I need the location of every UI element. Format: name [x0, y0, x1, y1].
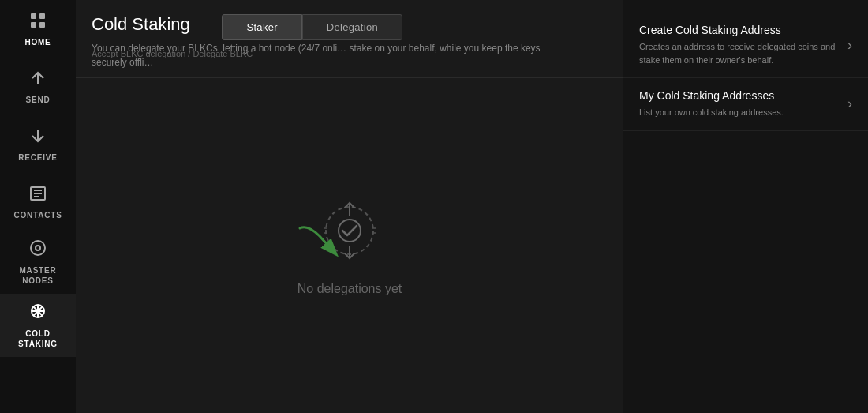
tab-staker[interactable]: Staker — [222, 14, 301, 40]
contacts-icon — [28, 184, 47, 206]
svg-rect-3 — [39, 22, 45, 28]
sidebar-item-contacts-label: CONTACTS — [13, 211, 62, 220]
svg-point-11 — [36, 246, 40, 250]
create-cold-staking-button[interactable]: Create Cold Staking Address Creates an a… — [623, 13, 868, 78]
create-cold-staking-title: Create Cold Staking Address — [639, 24, 840, 36]
chevron-right-icon-2: › — [847, 96, 852, 112]
no-delegations-text: No delegations yet — [297, 282, 402, 296]
right-panel: Create Cold Staking Address Creates an a… — [623, 0, 868, 413]
svg-rect-2 — [31, 22, 36, 28]
sidebar-item-contacts[interactable]: CONTACTS — [0, 173, 76, 231]
my-cold-staking-desc: List your own cold staking addresses. — [639, 106, 840, 119]
send-icon — [28, 69, 47, 91]
sidebar-item-home-label: HOME — [24, 38, 51, 47]
home-icon — [28, 11, 47, 33]
tab-delegation[interactable]: Delegation — [302, 14, 402, 40]
create-cold-staking-desc: Creates an address to receive delegated … — [639, 40, 840, 66]
chevron-right-icon-1: › — [847, 37, 852, 54]
sidebar-item-send-label: SEND — [26, 96, 51, 104]
receive-icon — [28, 126, 47, 148]
main-content: Cold Staking You can delegate your BLKCs… — [76, 0, 623, 413]
my-cold-staking-button[interactable]: My Cold Staking Addresses List your own … — [623, 78, 868, 131]
svg-rect-0 — [31, 13, 36, 19]
sidebar-item-masternodes-label: MASTERNODES — [19, 265, 56, 286]
content-body: No delegations yet — [76, 78, 623, 413]
tab-tooltip: Accept BLKC delegation / Delegate BLKC — [76, 49, 379, 58]
masternodes-icon — [28, 238, 47, 261]
cold-staking-icon — [28, 302, 47, 324]
sidebar-item-send[interactable]: SEND — [0, 58, 76, 115]
tab-bar: Staker Delegation — [222, 14, 402, 40]
svg-rect-1 — [39, 13, 45, 19]
my-cold-staking-text: My Cold Staking Addresses List your own … — [639, 89, 840, 119]
svg-point-10 — [31, 241, 45, 255]
create-cold-staking-text: Create Cold Staking Address Creates an a… — [639, 24, 840, 66]
sidebar-item-home[interactable]: HOME — [0, 0, 76, 58]
sidebar-item-cold-staking-label: COLDSTAKING — [18, 329, 58, 349]
sidebar-item-masternodes[interactable]: MASTERNODES — [0, 231, 76, 294]
sidebar-item-receive[interactable]: RECEIVE — [0, 115, 76, 173]
sidebar-item-receive-label: RECEIVE — [18, 153, 58, 162]
sidebar-item-cold-staking[interactable]: COLDSTAKING — [0, 294, 76, 357]
green-arrow-indicator — [292, 220, 355, 271]
my-cold-staking-title: My Cold Staking Addresses — [639, 89, 840, 102]
sidebar: HOME SEND RECEIVE CONTACTS MASTERNODES C… — [0, 0, 76, 413]
